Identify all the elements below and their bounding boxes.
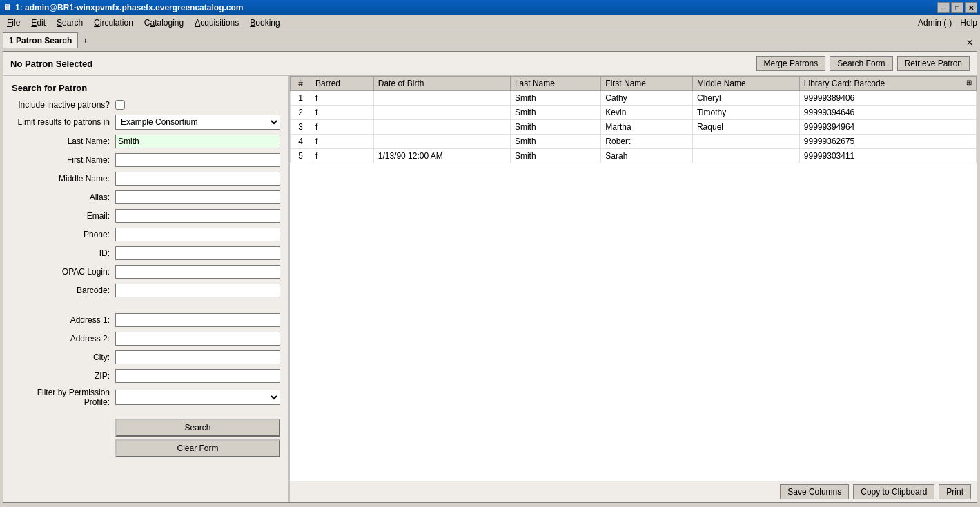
cell-num: 2: [291, 106, 311, 120]
middle-name-label: Middle Name:: [12, 174, 115, 183]
cell-firstname: Cathy: [601, 91, 693, 106]
table-row[interactable]: 5f1/13/90 12:00 AMSmithSarah99999303411: [291, 149, 977, 163]
search-button[interactable]: Search: [115, 419, 280, 437]
tab-label: 1 Patron Search: [9, 36, 72, 46]
cell-barcode: 99999394646: [799, 106, 976, 120]
table-row[interactable]: 4fSmithRobert99999362675: [291, 135, 977, 149]
save-columns-button[interactable]: Save Columns: [780, 484, 849, 499]
col-header-barcode[interactable]: Library Card: Barcode ⊞: [799, 77, 976, 91]
cell-firstname: Kevin: [601, 106, 693, 120]
cell-dob: 1/13/90 12:00 AM: [373, 149, 510, 163]
minimize-button[interactable]: ─: [937, 2, 950, 13]
patron-status: No Patron Selected: [10, 59, 92, 69]
main-content: No Patron Selected Merge Patrons Search …: [3, 51, 977, 503]
admin-label[interactable]: Admin (-): [918, 18, 952, 28]
title-bar: 🖥 1: admin@BR1-winxpvmfx.phasefx.evergre…: [0, 0, 980, 15]
col-header-lastname[interactable]: Last Name: [510, 77, 600, 91]
cell-middlename: Timothy: [692, 106, 799, 120]
merge-patrons-button[interactable]: Merge Patrons: [756, 56, 826, 71]
results-panel: # Barred Date of Birth Last Name First N…: [290, 76, 977, 502]
col-header-num[interactable]: #: [291, 77, 311, 91]
help-label[interactable]: Help: [960, 18, 977, 28]
filter-profile-select[interactable]: [115, 390, 280, 405]
tab-bar: 1 Patron Search + ✕: [0, 30, 980, 48]
window-close-x[interactable]: ✕: [962, 38, 977, 48]
cell-middlename: Raquel: [692, 120, 799, 135]
first-name-input[interactable]: [115, 153, 280, 167]
search-results-area: Search for Patron Include inactive patro…: [3, 76, 977, 502]
phone-input[interactable]: [115, 228, 280, 241]
middle-name-row: Middle Name:: [12, 172, 280, 186]
barcode-input[interactable]: [115, 284, 280, 297]
city-row: City:: [12, 350, 280, 364]
opac-login-label: OPAC Login:: [12, 267, 115, 277]
cell-num: 1: [291, 91, 311, 106]
menu-circulation[interactable]: Circulation: [90, 17, 137, 29]
id-row: ID:: [12, 246, 280, 260]
limit-results-row: Limit results to patrons in Example Cons…: [12, 115, 280, 130]
cell-barred: f: [311, 120, 374, 135]
include-inactive-label: Include inactive patrons?: [12, 100, 115, 110]
zip-label: ZIP:: [12, 371, 115, 381]
table-row[interactable]: 3fSmithMarthaRaquel99999394964: [291, 120, 977, 135]
cell-firstname: Robert: [601, 135, 693, 149]
cell-barred: f: [311, 106, 374, 120]
cell-firstname: Sarah: [601, 149, 693, 163]
menu-booking[interactable]: Booking: [246, 17, 284, 29]
results-tbody: 1fSmithCathyCheryl999993894062fSmithKevi…: [291, 91, 977, 163]
tab-patron-search[interactable]: 1 Patron Search: [3, 32, 78, 48]
title-bar-text: 1: admin@BR1-winxpvmfx.phasefx.evergreen…: [15, 3, 243, 12]
first-name-label: First Name:: [12, 155, 115, 165]
alias-input[interactable]: [115, 190, 280, 204]
cell-num: 4: [291, 135, 311, 149]
limit-results-select[interactable]: Example Consortium: [115, 115, 280, 130]
close-button[interactable]: ✕: [965, 2, 977, 13]
id-input[interactable]: [115, 246, 280, 260]
include-inactive-checkbox[interactable]: [115, 100, 125, 110]
header-buttons: Merge Patrons Search Form Retrieve Patro…: [756, 56, 970, 71]
title-bar-controls: ─ □ ✕: [937, 2, 977, 13]
menu-acquisitions[interactable]: Acquisitions: [190, 17, 243, 29]
menu-search[interactable]: Search: [52, 17, 87, 29]
zip-input[interactable]: [115, 369, 280, 383]
cell-dob: [373, 135, 510, 149]
phone-label: Phone:: [12, 230, 115, 239]
menu-bar: File Edit Search Circulation Cataloging …: [0, 15, 980, 30]
last-name-label: Last Name:: [12, 137, 115, 146]
city-input[interactable]: [115, 350, 280, 364]
menu-edit[interactable]: Edit: [27, 17, 50, 29]
retrieve-patron-button[interactable]: Retrieve Patron: [897, 56, 970, 71]
col-header-firstname[interactable]: First Name: [601, 77, 693, 91]
last-name-row: Last Name:: [12, 135, 280, 148]
last-name-input[interactable]: [115, 135, 280, 148]
copy-clipboard-button[interactable]: Copy to Clipboard: [853, 484, 934, 499]
opac-login-row: OPAC Login:: [12, 265, 280, 279]
address1-input[interactable]: [115, 313, 280, 327]
address2-input[interactable]: [115, 332, 280, 346]
patron-header: No Patron Selected Merge Patrons Search …: [3, 52, 977, 76]
opac-login-input[interactable]: [115, 265, 280, 279]
bottom-bar: Save Columns Copy to Clipboard Print: [290, 481, 977, 502]
middle-name-input[interactable]: [115, 172, 280, 186]
add-tab-button[interactable]: +: [78, 34, 92, 48]
cell-barcode: 99999303411: [799, 149, 976, 163]
menu-cataloging[interactable]: Cataloging: [140, 17, 188, 29]
maximize-button[interactable]: □: [951, 2, 963, 13]
cell-dob: [373, 91, 510, 106]
col-header-middlename[interactable]: Middle Name: [692, 77, 799, 91]
address2-row: Address 2:: [12, 332, 280, 346]
cell-barred: f: [311, 149, 374, 163]
email-input[interactable]: [115, 209, 280, 223]
col-header-barred[interactable]: Barred: [311, 77, 374, 91]
print-button[interactable]: Print: [939, 484, 971, 499]
menu-file[interactable]: File: [3, 17, 24, 29]
column-options-icon[interactable]: ⊞: [966, 79, 972, 86]
table-row[interactable]: 2fSmithKevinTimothy99999394646: [291, 106, 977, 120]
clear-form-button[interactable]: Clear Form: [115, 439, 280, 457]
cell-barred: f: [311, 91, 374, 106]
id-label: ID:: [12, 248, 115, 258]
search-form-button[interactable]: Search Form: [830, 56, 892, 71]
search-form-title: Search for Patron: [12, 83, 280, 93]
col-header-dob[interactable]: Date of Birth: [373, 77, 510, 91]
table-row[interactable]: 1fSmithCathyCheryl99999389406: [291, 91, 977, 106]
